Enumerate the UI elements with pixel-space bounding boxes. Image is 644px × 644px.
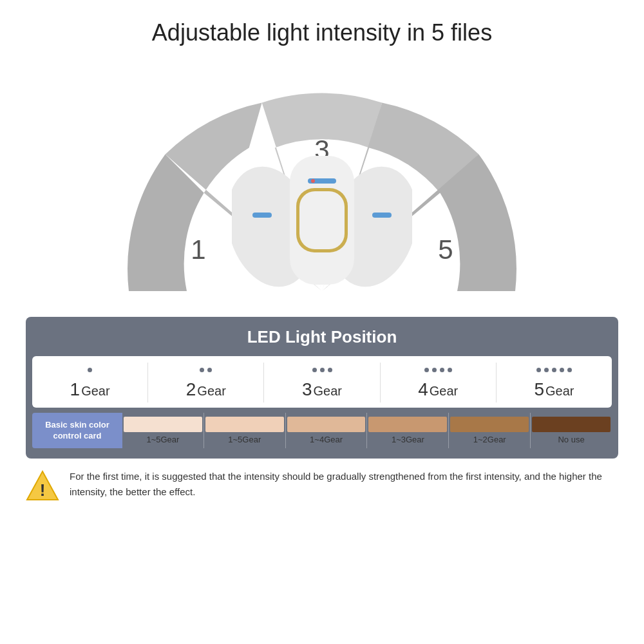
gear-5-label: 5 Gear [534, 379, 574, 400]
skin-range-6: No use [558, 435, 584, 444]
dot [200, 368, 204, 372]
skin-color-1 [124, 417, 202, 432]
gear-2-text: Gear [197, 384, 225, 399]
skin-color-6 [532, 417, 611, 432]
skin-color-4 [368, 417, 447, 432]
dot [567, 368, 572, 372]
gear-1-dots [88, 365, 92, 374]
skin-color-5 [450, 417, 529, 432]
warning-section: ! For the first time, it is suggested th… [26, 469, 618, 502]
gear-3-number: 3 [302, 379, 312, 400]
dot [88, 368, 92, 372]
gear-5-dots [536, 365, 572, 374]
gear-4-text: Gear [430, 384, 458, 399]
skin-range-4: 1~3Gear [392, 435, 424, 444]
gear-1-text: Gear [81, 384, 109, 399]
dot [320, 368, 325, 372]
gear-2-dots [200, 365, 212, 374]
skin-color-3 [287, 417, 366, 432]
skin-swatch-3: 1~4Gear [286, 413, 368, 448]
dot [312, 368, 317, 372]
skin-color-2 [205, 417, 284, 432]
dot [207, 368, 212, 372]
svg-point-8 [311, 179, 315, 183]
dot [544, 368, 549, 372]
page-title: Adjustable light intensity in 5 files [152, 19, 492, 46]
gear-4-cell: 4 Gear [381, 363, 497, 402]
gear-4-label: 4 Gear [418, 379, 458, 400]
dot [536, 368, 541, 372]
gear-1-label: 1 Gear [70, 379, 110, 400]
dot [328, 368, 332, 372]
dot [560, 368, 564, 372]
gear-4-number: 4 [418, 379, 428, 400]
dot [448, 368, 452, 372]
gear-3-text: Gear [314, 384, 342, 399]
svg-rect-5 [252, 213, 272, 218]
dot [552, 368, 556, 372]
skin-range-3: 1~4Gear [310, 435, 343, 444]
gear-3-label: 3 Gear [302, 379, 342, 400]
skin-swatch-1: 1~5Gear [122, 413, 204, 448]
led-table-wrapper: LED Light Position 1 Gear 2 Gear [26, 317, 618, 459]
skin-color-row: Basic skin colorcontrol card 1~5Gear 1~5… [32, 413, 612, 448]
skin-range-1: 1~5Gear [146, 435, 179, 444]
skin-label: Basic skin colorcontrol card [32, 413, 122, 448]
svg-rect-4 [299, 191, 345, 249]
dot [424, 368, 429, 372]
gear-5-number: 5 [534, 379, 544, 400]
gauge-section: 1 2 3 4 5 [97, 59, 547, 310]
warning-icon: ! [26, 469, 59, 502]
gear-1-cell: 1 Gear [32, 363, 148, 402]
device-image [232, 117, 412, 310]
dot [432, 368, 437, 372]
gear-5-cell: 5 Gear [497, 363, 612, 402]
skin-swatch-2: 1~5Gear [204, 413, 286, 448]
skin-swatch-5: 1~2Gear [449, 413, 531, 448]
gauge-label-1: 1 [191, 234, 205, 265]
skin-range-5: 1~2Gear [473, 435, 506, 444]
gear-5-text: Gear [545, 384, 574, 399]
warning-text: For the first time, it is suggested that… [70, 469, 618, 500]
skin-swatch-6: No use [531, 413, 612, 448]
skin-range-2: 1~5Gear [228, 435, 261, 444]
svg-rect-6 [372, 213, 392, 218]
led-gear-row: 1 Gear 2 Gear 3 Gear [32, 356, 612, 408]
gear-2-cell: 2 Gear [148, 363, 264, 402]
gear-3-cell: 3 Gear [264, 363, 380, 402]
dot [440, 368, 444, 372]
gear-3-dots [312, 365, 332, 374]
led-table-title: LED Light Position [32, 327, 612, 347]
gear-2-number: 2 [186, 379, 196, 400]
gear-4-dots [424, 365, 452, 374]
gauge-label-5: 5 [438, 234, 453, 265]
gear-1-number: 1 [70, 379, 80, 400]
skin-swatch-4: 1~3Gear [367, 413, 449, 448]
gear-2-label: 2 Gear [186, 379, 226, 400]
svg-text:!: ! [40, 480, 46, 500]
